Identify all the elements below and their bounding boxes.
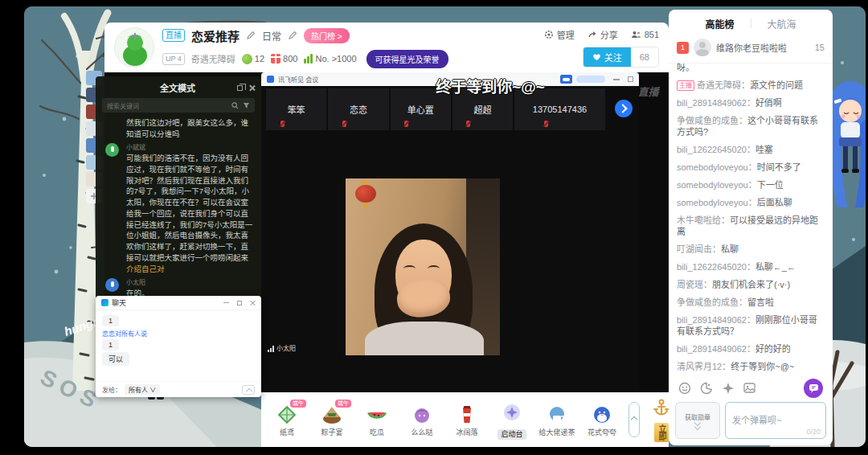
share-button[interactable]: 分享 — [600, 28, 618, 41]
chat-message: bili_28914849062：好的好的 — [677, 343, 825, 355]
hot-rank-badge[interactable]: 热门榜 > — [304, 28, 350, 43]
char-counter: 0/20 — [806, 428, 821, 436]
rank-number-badge: 1 — [677, 42, 689, 54]
streamer-name[interactable]: 奇遇无障碍 — [191, 52, 235, 65]
cola-icon — [457, 404, 477, 425]
chat-username[interactable]: somebodyloveyou — [677, 162, 748, 172]
participant-name: 笨笨 — [288, 103, 305, 116]
emoji-icon[interactable] — [678, 382, 691, 395]
chat-username[interactable]: 周瓷瑶 — [677, 280, 703, 289]
festival-badge: 端午 — [335, 400, 351, 408]
image-icon[interactable] — [743, 383, 757, 395]
search-placeholder: 搜索关键词 — [107, 101, 227, 110]
send-target-dropdown[interactable]: 所有人 ∨ — [125, 384, 160, 395]
follow-button[interactable]: 关注 — [583, 47, 631, 67]
manage-button[interactable]: 管理 — [557, 28, 575, 41]
close-window-icon[interactable] — [248, 84, 255, 91]
rank-username[interactable]: 维路你老豆啦啦啦 — [716, 41, 810, 54]
chat-text: 哇塞 — [755, 145, 773, 154]
danmaku-list[interactable]: bili_12622645020：妙呀(*'v'*)/ bili_9249396… — [669, 64, 833, 376]
tab-fleet[interactable]: 大航海 — [768, 17, 796, 31]
rank-stat: No. >1000 — [304, 54, 356, 64]
mic-muted-icon — [544, 121, 548, 127]
get-medal-button[interactable]: 获取勋章 — [675, 402, 720, 439]
chat-username[interactable]: 争做咸鱼的成鱼 — [677, 116, 739, 125]
transcript-block: 小斌斌 可能我们的浩浩不在，因为没有人回应过，现在我们就不等他了，时间有限对吧？… — [102, 143, 255, 275]
collapse-gifts-button[interactable] — [628, 402, 640, 437]
sender-line: 恋恋对所有人说 — [102, 329, 255, 338]
speaker-name: 小太阳 — [102, 278, 255, 288]
gift-item[interactable]: 给大佬递茶 — [534, 402, 579, 438]
mascot-icon — [115, 28, 154, 68]
room-category[interactable]: 日常 — [262, 29, 281, 43]
chat-window-footer: 发给： 所有人 ∨ — [96, 381, 261, 397]
chat-username[interactable]: somebodyloveyou — [677, 198, 748, 207]
edit-category-icon[interactable] — [288, 31, 297, 40]
send-to-label: 发给： — [102, 385, 121, 394]
filter-icon[interactable] — [243, 102, 250, 109]
danmaku-assistant-button[interactable] — [804, 379, 823, 398]
effects-icon[interactable] — [722, 382, 735, 395]
chat-text: 源文件的问题 — [750, 80, 803, 90]
chat-username[interactable]: 争做咸鱼的成鱼 — [677, 297, 739, 307]
maximize-icon[interactable] — [628, 76, 633, 82]
search-icon — [231, 102, 239, 109]
starlight-button[interactable]: 可获得星光及荣誉 — [366, 50, 448, 68]
tab-high-energy[interactable]: 高能榜 — [705, 17, 734, 31]
chat-text: 终于等到你~@~ — [731, 362, 794, 371]
chat-message: 争做咸鱼的成鱼：留言啦 — [677, 297, 825, 309]
chat-username[interactable]: bili_28914849062 — [677, 344, 747, 354]
minimize-icon[interactable] — [613, 79, 620, 80]
chat-message: 清风霁月12：终于等到你~@~ — [677, 361, 825, 373]
gift-item[interactable]: 冰阔落 — [444, 402, 489, 438]
chat-window-titlebar[interactable]: 聊天 — [96, 296, 261, 310]
gift-item[interactable]: 端午 粽子宴 — [309, 402, 354, 438]
participant-name: 13705147436 — [533, 105, 587, 114]
participant-tile[interactable]: 笨笨 — [266, 88, 326, 130]
chat-username[interactable]: 叮湖闻击 — [677, 244, 712, 254]
chat-message: bili_12622645020：哇塞 — [677, 144, 825, 156]
chat-username[interactable]: bili_12622645020 — [677, 262, 747, 272]
chat-username[interactable]: 清风霁月12 — [677, 362, 722, 371]
maximize-icon[interactable] — [237, 301, 242, 305]
gift-item[interactable]: 么么哒 — [399, 402, 444, 438]
gift-item[interactable]: 吃瓜 — [354, 402, 399, 438]
chat-username[interactable]: bili_12622645020 — [677, 145, 747, 154]
sticker-icon[interactable] — [700, 382, 713, 395]
chat-username[interactable]: somebodyloveyou — [677, 180, 748, 190]
transcript-search[interactable]: 搜索关键词 — [102, 98, 255, 113]
viewers-icon — [631, 31, 641, 39]
panel-toolbar — [669, 376, 833, 400]
meeting-window: 讯飞听见 会议 笨笨 恋恋 单心置 超超 13705147436 — [261, 72, 639, 392]
gift-item[interactable]: 端午 纸鸢 — [264, 402, 309, 438]
chat-username[interactable]: 奇遇无障碍 — [697, 80, 741, 90]
transcript-paragraph: 可能我们的浩浩不在，因为没有人回应过，现在我们就不等他了，时间有限对吧？然后我们… — [126, 154, 252, 262]
edit-title-icon[interactable] — [246, 31, 256, 40]
meeting-app-icon — [267, 76, 274, 83]
meeting-body: 笨笨 恋恋 单心置 超超 13705147436 小太阳 — [261, 86, 639, 392]
chat-username[interactable]: bili_28914849062 — [677, 98, 747, 108]
red-lantern — [355, 185, 376, 203]
close-icon[interactable] — [250, 300, 256, 305]
gift-item[interactable]: 花式夸夸 — [579, 402, 624, 438]
chat-text: 刚才都是好的呀。 — [677, 64, 809, 72]
chat-text: 下一位 — [757, 180, 784, 190]
chat-message: somebodyloveyou：后面私聊 — [677, 197, 825, 209]
chat-username[interactable]: 木牛嘞啦给 — [677, 215, 721, 225]
next-participants-arrow[interactable] — [615, 100, 633, 117]
rank-value: 15 — [815, 43, 825, 52]
gift-item[interactable]: 启动台 — [489, 400, 534, 440]
transcript-title: 全文模式 — [102, 81, 237, 94]
rank-row[interactable]: 1 维路你老豆啦啦啦 15 — [669, 37, 833, 64]
restore-window-icon[interactable] — [237, 85, 243, 91]
minimize-icon[interactable] — [223, 302, 229, 304]
danmaku-input-area: 获取勋章 0/20 — [675, 402, 826, 439]
chat-text: 好的好的 — [755, 344, 791, 354]
expand-input-button[interactable] — [242, 385, 255, 395]
meeting-chat-window: 聊天 1 恋恋对所有人说 1 可以 发给： 所有人 ∨ — [96, 296, 261, 397]
chat-username[interactable]: bili_28914849062 — [677, 315, 747, 325]
transcript-panel: 全文模式 搜索关键词 然我们这边对吧，跟美女这么多，谁知道可以分谁吗 小斌斌 可… — [96, 76, 261, 302]
streamer-avatar[interactable] — [114, 27, 154, 68]
danmaku-overlay-text: 终于等到你~@~ — [370, 75, 611, 96]
chat-message: somebodyloveyou：下一位 — [677, 179, 825, 191]
